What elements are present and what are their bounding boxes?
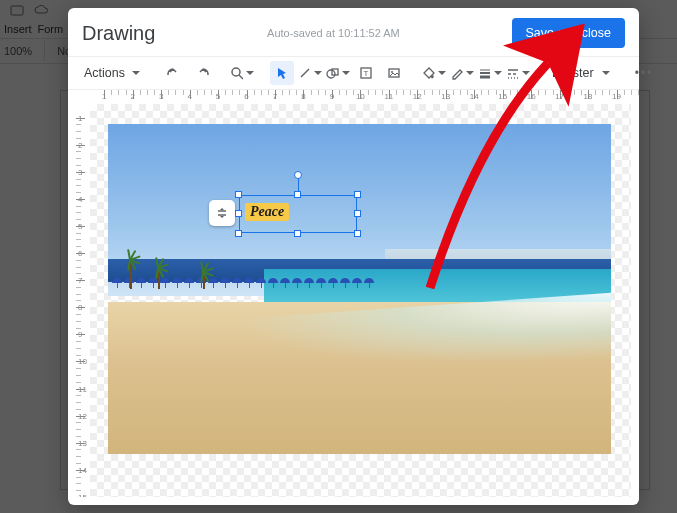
palm-tree: [158, 267, 160, 289]
drawing-modal: Drawing Auto-saved at 10:11:52 AM Save a…: [68, 8, 639, 505]
actions-label: Actions: [84, 66, 125, 80]
canvas-wrap: 123456789101112131415: [76, 104, 631, 497]
border-weight-button[interactable]: [478, 61, 502, 85]
line-icon: [298, 66, 311, 80]
drawing-toolbar: Actions T: [68, 56, 639, 90]
more-icon: •••: [635, 66, 654, 80]
resize-handle-n[interactable]: [294, 191, 301, 198]
zoom-menu[interactable]: [230, 61, 254, 85]
drag-icon: [215, 206, 229, 220]
horizontal-ruler: 12345678910111213141516171819: [76, 90, 631, 104]
resize-handle-sw[interactable]: [235, 230, 242, 237]
shape-tool[interactable]: [326, 61, 350, 85]
image-icon: [387, 66, 401, 80]
dash-icon: [506, 66, 519, 80]
image-tool[interactable]: [382, 61, 406, 85]
save-and-close-button[interactable]: Save and close: [512, 18, 625, 48]
pencil-icon: [450, 66, 463, 80]
fill-icon: [422, 66, 435, 80]
border-color-button[interactable]: [450, 61, 474, 85]
resize-handle-se[interactable]: [354, 230, 361, 237]
font-select[interactable]: Lobster: [546, 66, 616, 80]
line-tool[interactable]: [298, 61, 322, 85]
inserted-image[interactable]: Peace: [108, 124, 611, 454]
cursor-icon: [275, 66, 289, 80]
select-tool[interactable]: [270, 61, 294, 85]
textbox-icon: T: [359, 66, 373, 80]
textbox-tool[interactable]: T: [354, 61, 378, 85]
resize-handle-w[interactable]: [235, 210, 242, 217]
wordart-selection[interactable]: Peace: [239, 195, 357, 233]
svg-text:T: T: [364, 69, 369, 78]
resize-handle-nw[interactable]: [235, 191, 242, 198]
zoom-icon: [230, 66, 243, 80]
svg-point-4: [327, 70, 335, 78]
fill-color-button[interactable]: [422, 61, 446, 85]
resize-handle-s[interactable]: [294, 230, 301, 237]
shape-icon: [326, 66, 339, 80]
palm-tree: [130, 259, 132, 289]
svg-line-2: [239, 75, 243, 79]
font-label: Lobster: [552, 66, 594, 80]
undo-icon: [166, 65, 182, 81]
resize-handle-e[interactable]: [354, 210, 361, 217]
border-dash-button[interactable]: [506, 61, 530, 85]
undo-button[interactable]: [162, 61, 186, 85]
svg-point-1: [232, 68, 240, 76]
redo-icon: [194, 65, 210, 81]
modal-header: Drawing Auto-saved at 10:11:52 AM Save a…: [68, 8, 639, 56]
vertical-ruler: 123456789101112131415: [76, 104, 90, 497]
drawing-canvas[interactable]: Peace: [90, 104, 631, 497]
modal-title: Drawing: [82, 22, 155, 45]
rotate-handle[interactable]: [294, 171, 302, 179]
wordart-text[interactable]: Peace: [245, 203, 289, 221]
redo-button[interactable]: [190, 61, 214, 85]
svg-line-3: [301, 69, 309, 77]
actions-menu[interactable]: Actions: [78, 66, 146, 80]
drag-handle-badge[interactable]: [209, 200, 235, 226]
palm-tree: [203, 271, 205, 289]
more-button[interactable]: •••: [632, 61, 656, 85]
weight-icon: [478, 66, 491, 80]
autosave-status: Auto-saved at 10:11:52 AM: [155, 27, 511, 39]
resize-handle-ne[interactable]: [354, 191, 361, 198]
